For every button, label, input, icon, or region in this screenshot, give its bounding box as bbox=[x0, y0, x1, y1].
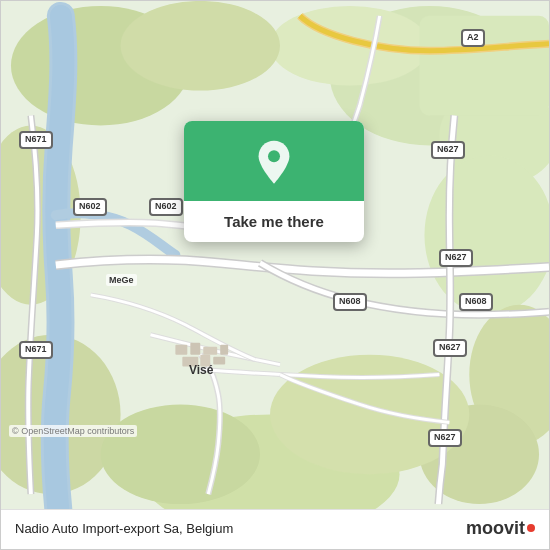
map-container[interactable]: N671 N671 N602 N602 N627 N627 N627 N627 … bbox=[1, 1, 549, 509]
svg-rect-16 bbox=[190, 343, 200, 355]
popup-card[interactable]: Take me there bbox=[184, 121, 364, 242]
map-attribution: © OpenStreetMap contributors bbox=[9, 425, 137, 437]
city-label-vise: Visé bbox=[189, 363, 213, 377]
moovit-dot bbox=[527, 524, 535, 532]
svg-rect-21 bbox=[213, 357, 225, 365]
moovit-text: moovit bbox=[466, 518, 525, 539]
svg-point-22 bbox=[268, 150, 280, 162]
route-badge-n627-3: N627 bbox=[433, 339, 467, 357]
route-badge-n602-2: N602 bbox=[149, 198, 183, 216]
take-me-there-button[interactable]: Take me there bbox=[204, 201, 344, 242]
info-bar: Nadio Auto Import-export Sa, Belgium moo… bbox=[1, 509, 549, 549]
route-badge-n608-1: N608 bbox=[333, 293, 367, 311]
route-badge-n627-2: N627 bbox=[439, 249, 473, 267]
route-badge-n671-1: N671 bbox=[19, 131, 53, 149]
route-badge-a2: A2 bbox=[461, 29, 485, 47]
route-badge-n627-4: N627 bbox=[428, 429, 462, 447]
road-label-mege: MeGe bbox=[106, 274, 137, 286]
location-pin-icon bbox=[250, 139, 298, 187]
svg-rect-17 bbox=[203, 347, 217, 355]
place-name: Nadio Auto Import-export Sa, Belgium bbox=[15, 521, 233, 536]
route-badge-n608-2: N608 bbox=[459, 293, 493, 311]
svg-rect-15 bbox=[175, 345, 187, 355]
svg-rect-18 bbox=[220, 345, 228, 355]
route-badge-n671-2: N671 bbox=[19, 341, 53, 359]
route-badge-n602-1: N602 bbox=[73, 198, 107, 216]
app: N671 N671 N602 N602 N627 N627 N627 N627 … bbox=[0, 0, 550, 550]
popup-icon-area bbox=[184, 121, 364, 201]
svg-point-6 bbox=[121, 1, 280, 91]
moovit-logo: moovit bbox=[466, 518, 535, 539]
svg-point-13 bbox=[101, 404, 260, 504]
svg-point-7 bbox=[424, 155, 549, 314]
route-badge-n627-1: N627 bbox=[431, 141, 465, 159]
